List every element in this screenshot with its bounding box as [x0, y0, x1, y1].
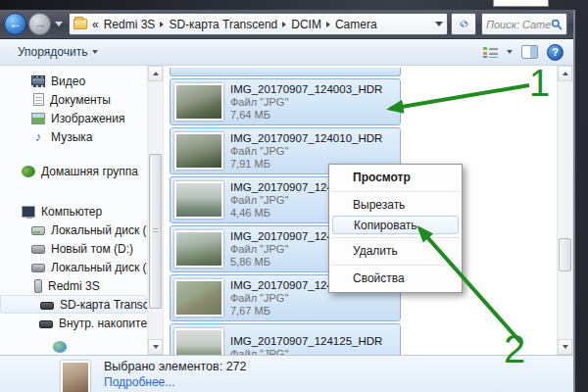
sidebar-label: Внутр. накопитель [59, 317, 147, 330]
picture-icon [31, 113, 45, 124]
photo-thumbnail [174, 83, 223, 121]
selected-count-text: Выбрано элементов: 272 [104, 360, 247, 373]
sidebar-label: Локальный диск (C:) [51, 223, 147, 237]
breadcrumb-item-camera[interactable]: Camera [335, 18, 377, 31]
sidebar-item-sdcard[interactable]: SD-карта Transcend [0, 295, 146, 314]
scrollbar-track[interactable] [148, 81, 163, 339]
menu-separator [331, 237, 460, 238]
filelist-scrollbar[interactable] [557, 66, 573, 355]
scroll-up-button[interactable] [558, 66, 572, 81]
sidebar-item-internal-storage[interactable]: Внутр. накопитель [0, 314, 147, 332]
breadcrumb-item-device[interactable]: Redmi 3S [104, 18, 156, 31]
file-tile[interactable]: IMG_20170907_124003_HDR Файл "JPG" 7,64 … [170, 78, 401, 125]
breadcrumb-item-sdcard[interactable]: SD-карта Transcend [169, 18, 277, 31]
back-button[interactable]: ← [4, 13, 26, 35]
menu-separator [331, 265, 460, 266]
photo-thumbnail [174, 132, 223, 170]
photo-thumbnail [174, 279, 223, 317]
refresh-button[interactable] [451, 13, 476, 35]
menu-item-delete[interactable]: Удалить [329, 241, 462, 262]
scrollbar-thumb[interactable] [149, 154, 162, 309]
sidebar-label: Компьютер [41, 205, 102, 219]
file-name: IMG_20170907_124003_HDR [230, 83, 382, 95]
scroll-down-button[interactable] [148, 339, 163, 355]
recent-pages-dropdown-icon[interactable] [55, 22, 63, 26]
scroll-up-button[interactable] [148, 66, 163, 81]
sidebar-item-documents[interactable]: Документы [0, 90, 147, 109]
triangle-down-icon [153, 345, 159, 349]
organize-label: Упорядочить [18, 45, 87, 59]
photo [63, 363, 88, 392]
sidebar-spacer [0, 180, 147, 202]
status-text-block: Выбрано элементов: 272 Подробнее... [104, 360, 247, 389]
help-button[interactable]: ? [547, 44, 564, 61]
scroll-down-button[interactable] [558, 339, 572, 355]
menu-item-copy[interactable]: Копировать [332, 216, 459, 234]
chevron-right-icon[interactable] [326, 22, 330, 27]
search-input[interactable] [486, 19, 551, 30]
computer-icon [22, 206, 35, 218]
file-size: 7,67 МБ [230, 305, 382, 317]
views-dropdown-icon[interactable] [507, 50, 513, 54]
scrollbar-track[interactable] [558, 81, 572, 339]
file-type: Файл "JPG" [230, 96, 382, 108]
organize-button[interactable]: Упорядочить [10, 42, 106, 62]
refresh-icon [458, 18, 470, 30]
sidebar-item-disk-z[interactable]: Локальный диск (Z:) [0, 258, 147, 276]
sidebar-item-video[interactable]: Видео [0, 72, 147, 90]
file-name: IMG_20170907_124125_HDR [230, 335, 382, 347]
triangle-up-icon [563, 72, 568, 75]
file-name: IMG_20170907_124010_HDR [230, 132, 382, 144]
sidebar-item-pictures[interactable]: Изображения [0, 109, 147, 127]
preview-pane-button[interactable] [521, 45, 538, 59]
document-icon [33, 93, 44, 106]
sidebar-label: Домашняя группа [41, 165, 138, 178]
sidebar-item-computer[interactable]: Компьютер [0, 202, 147, 220]
address-dropdown-icon[interactable] [435, 22, 443, 26]
file-type: Файл "JPG" [230, 348, 382, 356]
file-tile-partial[interactable] [170, 68, 401, 76]
forward-button[interactable]: → [28, 13, 51, 35]
file-tile[interactable]: IMG_20170907_124125_HDR Файл "JPG" [170, 323, 401, 355]
music-note-icon: ♪ [31, 131, 45, 143]
chevron-right-icon[interactable] [160, 22, 164, 27]
sidebar-label: Redmi 3S [48, 279, 100, 293]
question-mark-icon: ? [552, 46, 559, 58]
photo-thumbnail [174, 328, 223, 355]
change-view-button[interactable] [483, 46, 498, 58]
menu-item-cut[interactable]: Вырезать [329, 195, 462, 216]
explorer-window: ← → « Redmi 3S SD-карта Transcend DCIM C… [0, 10, 575, 392]
sidebar-label: Изображения [51, 112, 124, 125]
phone-icon [34, 279, 42, 293]
file-type: Файл "JPG" [230, 145, 382, 157]
film-icon [31, 75, 45, 87]
photo-thumbnail [174, 230, 223, 268]
sidebar-item-disk-c[interactable]: Локальный диск (C:) [0, 220, 147, 239]
sidebar-label: Видео [51, 74, 85, 88]
forward-arrow-icon: → [33, 17, 46, 31]
file-meta: IMG_20170907_124003_HDR Файл "JPG" 7,64 … [230, 83, 382, 121]
drive-icon [31, 264, 45, 272]
sidebar-item-homegroup[interactable]: Домашняя группа [0, 162, 147, 180]
scrollbar-thumb[interactable] [559, 238, 571, 271]
breadcrumb-overflow-chevron[interactable]: « [92, 18, 99, 31]
sidebar-item-disk-d[interactable]: Новый том (D:) [0, 239, 147, 258]
back-arrow-icon: ← [9, 17, 22, 31]
sidebar-spacer [0, 146, 147, 162]
sidebar-item-music[interactable]: ♪ Музыка [0, 127, 147, 146]
search-box[interactable] [481, 13, 567, 35]
system-drive-icon [31, 226, 45, 235]
sidebar-scrollbar[interactable] [147, 66, 164, 355]
chevron-right-icon[interactable] [282, 22, 286, 27]
breadcrumb-item-dcim[interactable]: DCIM [291, 18, 321, 31]
status-bar: Выбрано элементов: 272 Подробнее... [0, 355, 573, 392]
menu-item-properties[interactable]: Свойства [329, 269, 462, 289]
details-link[interactable]: Подробнее... [104, 375, 247, 389]
search-icon [551, 19, 563, 30]
file-type: Файл "JPG" [230, 292, 382, 304]
menu-separator [331, 191, 460, 192]
menu-item-view[interactable]: Просмотр [329, 168, 462, 188]
address-toolbar: ← → « Redmi 3S SD-карта Transcend DCIM C… [0, 10, 573, 39]
sidebar-item-redmi[interactable]: Redmi 3S [0, 276, 147, 295]
breadcrumb[interactable]: « Redmi 3S SD-карта Transcend DCIM Camer… [69, 13, 448, 35]
